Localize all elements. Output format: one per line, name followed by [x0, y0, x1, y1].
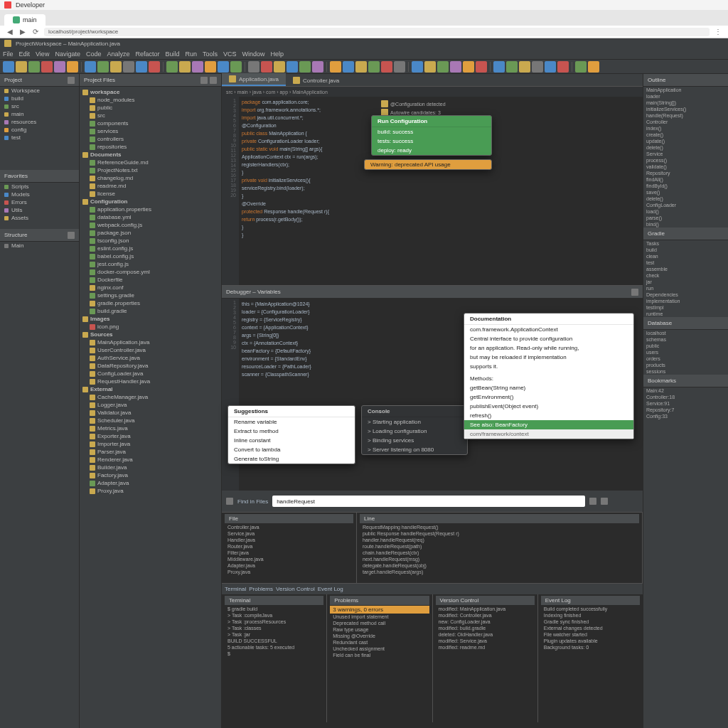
- debugger-header[interactable]: Debugger – Variables: [222, 286, 643, 299]
- toolbar-button-13[interactable]: [179, 61, 191, 73]
- toolbar-button-30[interactable]: [412, 61, 423, 73]
- toolbar-button-32[interactable]: [437, 61, 449, 73]
- tree-item[interactable]: readme.md: [80, 182, 221, 190]
- menu-build[interactable]: Build: [165, 50, 179, 58]
- bookmark-item[interactable]: Controller:18: [643, 394, 728, 400]
- terminal-line[interactable]: > Task :processResources: [225, 619, 323, 625]
- toolbar-button-22[interactable]: [299, 61, 311, 73]
- toolbar-button-33[interactable]: [450, 61, 461, 73]
- project-pane-header[interactable]: Project Files: [80, 74, 221, 87]
- tree-item[interactable]: controllers: [80, 135, 221, 143]
- tree-item[interactable]: DataRepository.java: [80, 362, 221, 370]
- tree-item[interactable]: ReferenceGuide.md: [80, 159, 221, 166]
- terminal-line[interactable]: BUILD SUCCESSFUL: [225, 638, 323, 644]
- menu-file[interactable]: File: [3, 50, 14, 58]
- far-left-item[interactable]: src: [0, 102, 79, 110]
- toolbar-button-25[interactable]: [343, 61, 354, 73]
- doc-row[interactable]: for an application. Read-only while runn…: [464, 343, 633, 353]
- search-result-file[interactable]: Proxy.java: [225, 569, 353, 575]
- outline-item[interactable]: findAll(): [643, 176, 728, 183]
- problem-row[interactable]: Unused import statement: [330, 614, 429, 620]
- run-config-popup[interactable]: Run Configuration build: successtests: s…: [371, 115, 492, 156]
- outline-header[interactable]: Outline: [643, 74, 728, 87]
- far-left-item[interactable]: build: [0, 95, 79, 102]
- far-left-item[interactable]: Utils: [0, 206, 79, 214]
- tree-item[interactable]: Dockerfile: [80, 276, 221, 284]
- tree-item[interactable]: Importer.java: [80, 440, 221, 448]
- outline-item[interactable]: initializeServices(): [643, 106, 728, 112]
- console-row[interactable]: > Binding services: [362, 436, 467, 445]
- toolbar-button-8[interactable]: [110, 61, 122, 73]
- gradle-item[interactable]: jar: [643, 279, 728, 285]
- tree-item[interactable]: services: [80, 127, 221, 135]
- toolbar-button-17[interactable]: [230, 61, 242, 73]
- toolbar-button-35[interactable]: [476, 61, 487, 73]
- search-result-file[interactable]: Middleware.java: [225, 556, 353, 562]
- tree-item[interactable]: repositories: [80, 143, 221, 151]
- toolbar-button-14[interactable]: [192, 61, 203, 73]
- doc-row[interactable]: getBean(String name): [464, 383, 633, 392]
- toolbar-button-21[interactable]: [287, 61, 298, 73]
- intentions-popup[interactable]: Suggestions Rename variableExtract to me…: [228, 405, 355, 464]
- menu-help[interactable]: Help: [271, 50, 284, 58]
- search-result-line[interactable]: next.handleRequest(msg): [360, 556, 639, 562]
- vcs-change-row[interactable]: new: ConfigLoader.java: [436, 619, 535, 625]
- locate-icon[interactable]: [200, 77, 208, 84]
- tree-item[interactable]: node_modules: [80, 96, 221, 104]
- search-result-file[interactable]: Filter.java: [225, 550, 353, 556]
- toolbar-button-10[interactable]: [136, 61, 147, 73]
- search-result-line[interactable]: public Response handleRequest(Request r): [360, 530, 639, 537]
- event-row[interactable]: Gradle sync finished: [541, 619, 640, 625]
- window-close-icon[interactable]: [4, 1, 11, 9]
- search-result-line[interactable]: route.handleRequest(path): [360, 543, 639, 550]
- run-config-row[interactable]: build: success: [372, 127, 491, 136]
- outline-item[interactable]: loader: [643, 93, 728, 100]
- tree-item[interactable]: Exporter.java: [80, 432, 221, 440]
- tree-item[interactable]: docker-compose.yml: [80, 268, 221, 276]
- doc-row[interactable]: supports it.: [464, 362, 633, 371]
- toolbar-button-27[interactable]: [368, 61, 380, 73]
- menu-view[interactable]: View: [36, 50, 49, 58]
- vcs-change-row[interactable]: modified: MainApplication.java: [436, 606, 535, 612]
- problem-row[interactable]: Deprecated method call: [330, 620, 429, 626]
- terminal-line[interactable]: > Task :jar: [225, 631, 323, 638]
- settings-icon[interactable]: [210, 77, 217, 84]
- terminal-line[interactable]: > Task :classes: [225, 625, 323, 631]
- outline-item[interactable]: findById(): [643, 183, 728, 189]
- toolbar-button-19[interactable]: [261, 61, 272, 73]
- menu-tools[interactable]: Tools: [203, 50, 218, 58]
- tab-vcs[interactable]: Version Control: [276, 586, 315, 592]
- toolbar-button-15[interactable]: [205, 61, 216, 73]
- far-left-header-structure[interactable]: Structure: [0, 229, 79, 242]
- outline-item[interactable]: create(): [643, 132, 728, 138]
- toolbar-button-5[interactable]: [67, 61, 78, 73]
- toolbar-button-28[interactable]: [381, 61, 392, 73]
- database-item[interactable]: users: [643, 349, 728, 355]
- tree-item[interactable]: tsconfig.json: [80, 237, 221, 245]
- database-item[interactable]: schemas: [643, 336, 728, 343]
- tree-item[interactable]: AuthService.java: [80, 354, 221, 362]
- problem-row[interactable]: Redundant cast: [330, 639, 429, 646]
- menu-icon[interactable]: ⋮: [714, 28, 722, 36]
- toolbar-button-40[interactable]: [545, 61, 556, 73]
- browser-tab[interactable]: main: [4, 14, 46, 26]
- far-left-item[interactable]: Main: [0, 242, 79, 250]
- editor-tab[interactable]: Controller.java: [286, 75, 346, 86]
- tree-item[interactable]: MainApplication.java: [80, 338, 221, 346]
- match-case-icon[interactable]: [589, 498, 596, 505]
- tree-item[interactable]: Builder.java: [80, 464, 221, 471]
- tree-item[interactable]: ConfigLoader.java: [80, 370, 221, 378]
- gradle-item[interactable]: Tasks: [643, 240, 728, 247]
- tree-item[interactable]: Adapter.java: [80, 479, 221, 487]
- search-result-line[interactable]: handler.handleRequest(req): [360, 537, 639, 543]
- outline-item[interactable]: process(): [643, 157, 728, 164]
- database-header[interactable]: Database: [643, 317, 728, 330]
- search-result-line[interactable]: target.handleRequest(args): [360, 569, 639, 575]
- minimize-icon[interactable]: [631, 289, 638, 296]
- tree-item[interactable]: src: [80, 112, 221, 119]
- search-result-file[interactable]: Router.java: [225, 543, 353, 550]
- tree-item[interactable]: eslint.config.js: [80, 245, 221, 252]
- problem-row[interactable]: Missing @Override: [330, 633, 429, 639]
- gradle-item[interactable]: assemble: [643, 266, 728, 272]
- menu-run[interactable]: Run: [186, 50, 198, 58]
